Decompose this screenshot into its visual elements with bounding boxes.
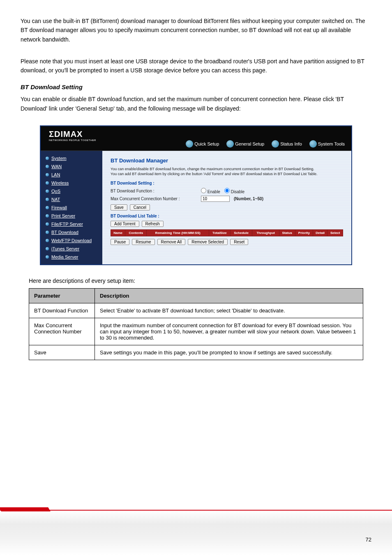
max-conn-hint: (Number, 1~50) <box>234 197 263 201</box>
param-th-parameter: Parameter <box>29 289 95 303</box>
intro-p1: You can use the built-in BT (BitTorrent)… <box>21 16 371 44</box>
bullet-icon <box>46 255 49 259</box>
bullet-icon <box>46 222 49 226</box>
bullet-icon <box>46 239 49 242</box>
sidebar-item-lan[interactable]: LAN <box>41 171 102 179</box>
th-detail: Detail <box>313 229 327 236</box>
sidebar-item-system[interactable]: System <box>41 154 102 162</box>
sidebar: System WAN LAN Wireless QoS NAT Firewall… <box>41 151 102 264</box>
download-list-table: Name Contents Remaining Time (HH:MM:SS) … <box>111 229 343 236</box>
setting-label: BT Download Setting : <box>111 181 343 185</box>
sidebar-item-print-server[interactable]: Print Server <box>41 212 102 220</box>
cancel-button[interactable]: Cancel <box>130 204 150 210</box>
logo: ΣDIMAX NETWORKING PEOPLE TOGETHER <box>49 130 96 141</box>
reset-button[interactable]: Reset <box>230 239 248 245</box>
max-conn-input[interactable] <box>201 196 230 202</box>
bullet-icon <box>46 231 49 234</box>
bullet-icon <box>46 206 49 209</box>
intro-p2: Please note that you must insert at leas… <box>21 57 371 75</box>
globe-icon <box>309 140 317 148</box>
th-remaining: Remaining Time (HH:MM:SS) <box>147 229 209 236</box>
th-totalsize: TotalSize <box>209 229 230 236</box>
intro-p3: You can enable or disable BT download fu… <box>21 95 371 113</box>
sidebar-item-wireless[interactable]: Wireless <box>41 179 102 187</box>
max-conn-label: Max Concurrent Connection Number : <box>111 197 197 201</box>
sidebar-item-web-ftp-dl[interactable]: Web/FTP Download <box>41 236 102 245</box>
tab-system-tools[interactable]: System Tools <box>307 139 347 149</box>
th-select: Select <box>327 229 343 236</box>
add-torrent-button[interactable]: Add Torrent <box>111 221 139 227</box>
th-status: Status <box>279 229 295 236</box>
sidebar-item-itunes[interactable]: iTunes Server <box>41 245 102 253</box>
th-schedule: Schedule <box>230 229 252 236</box>
param-desc-1: Input the maximum number of concurrent c… <box>95 318 363 345</box>
list-label: BT Download List Table : <box>111 214 343 218</box>
param-desc-0: Select 'Enable' to activate BT download … <box>95 303 363 318</box>
save-button[interactable]: Save <box>111 204 127 210</box>
globe-icon <box>186 140 193 148</box>
param-table: Parameter Description BT Download Functi… <box>29 288 363 360</box>
router-screenshot: ΣDIMAX NETWORKING PEOPLE TOGETHER Quick … <box>40 125 352 265</box>
page-number: 72 <box>366 536 371 543</box>
bullet-icon <box>46 190 49 193</box>
main-panel: BT Download Manager You can enable/disab… <box>102 151 351 264</box>
sidebar-item-firewall[interactable]: Firewall <box>41 204 102 212</box>
page-footer <box>0 510 392 555</box>
sidebar-item-bt-download[interactable]: BT Download <box>41 228 102 236</box>
pause-button[interactable]: Pause <box>111 239 129 245</box>
sidebar-item-media-server[interactable]: Media Server <box>41 253 102 261</box>
param-name-0: BT Download Function <box>29 303 95 318</box>
tab-status-info[interactable]: Status Info <box>269 139 304 149</box>
panel-desc: You can enable/disable BT download funct… <box>111 167 343 176</box>
remove-selected-button[interactable]: Remove Selected <box>188 239 228 245</box>
router-header: ΣDIMAX NETWORKING PEOPLE TOGETHER Quick … <box>41 126 351 151</box>
bullet-icon <box>46 214 49 217</box>
th-contents: Contents <box>125 229 147 236</box>
sidebar-item-wan[interactable]: WAN <box>41 162 102 171</box>
radio-enable[interactable]: Enable <box>201 188 220 194</box>
param-th-description: Description <box>95 289 363 303</box>
param-intro: Here are descriptions of every setup ite… <box>29 278 363 284</box>
globe-icon <box>226 140 234 148</box>
th-name: Name <box>111 229 125 236</box>
param-desc-2: Save settings you made in this page, you… <box>95 345 363 360</box>
sidebar-item-file-ftp[interactable]: File/FTP Server <box>41 220 102 228</box>
tab-general-setup[interactable]: General Setup <box>224 139 267 149</box>
subhead-bt-setting: BT Download Setting <box>21 82 371 92</box>
th-throughput: Throughput <box>252 229 279 236</box>
bt-func-label: BT Download Function : <box>111 189 197 193</box>
th-priority: Priority <box>295 229 313 236</box>
sidebar-item-nat[interactable]: NAT <box>41 195 102 204</box>
bullet-icon <box>46 173 49 176</box>
bullet-icon <box>46 247 49 250</box>
param-name-1: Max Concurrent Connection Number <box>29 318 95 345</box>
bullet-icon <box>46 181 49 185</box>
param-name-2: Save <box>29 345 95 360</box>
bullet-icon <box>46 157 49 160</box>
bullet-icon <box>46 198 49 201</box>
sidebar-item-qos[interactable]: QoS <box>41 187 102 195</box>
bullet-icon <box>46 165 49 168</box>
globe-icon <box>272 140 279 148</box>
radio-disable[interactable]: Disable <box>224 188 244 194</box>
remove-all-button[interactable]: Remove All <box>157 239 186 245</box>
resume-button[interactable]: Resume <box>132 239 154 245</box>
refresh-button[interactable]: Refresh <box>142 221 164 227</box>
panel-title: BT Download Manager <box>111 157 343 164</box>
tab-quick-setup[interactable]: Quick Setup <box>183 139 221 149</box>
